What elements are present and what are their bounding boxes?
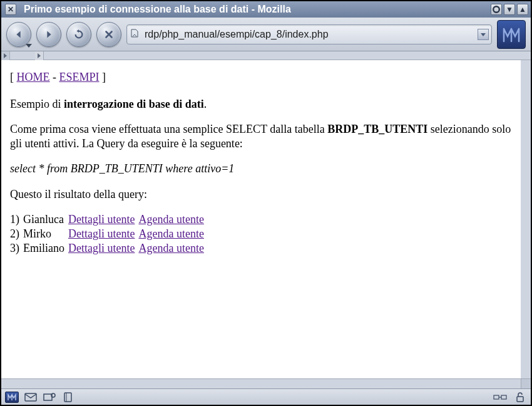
svg-rect-9 (517, 397, 523, 402)
table-row: 3) Emiliano Dettagli utente Agenda utent… (10, 241, 208, 256)
back-history-dropdown-icon[interactable] (26, 44, 32, 48)
window-maximize-button[interactable]: ▼ (504, 4, 515, 15)
scrollbar-corner (521, 379, 531, 389)
svg-rect-4 (64, 393, 71, 402)
composer-icon[interactable] (43, 392, 56, 403)
window-restore-button[interactable]: ▲ (517, 4, 528, 15)
horizontal-scrollbar[interactable] (1, 378, 531, 388)
bracket-close: ] (100, 71, 106, 83)
row-index: 3) (10, 241, 23, 256)
description-line: Come prima cosa viene effettuata una sem… (10, 122, 512, 150)
window-minimize-button[interactable] (491, 4, 502, 15)
text: . (204, 98, 207, 110)
row-name: Gianluca (23, 212, 68, 227)
navigation-toolbar (1, 18, 531, 51)
link-dettagli[interactable]: Dettagli utente (68, 242, 135, 254)
url-input[interactable] (143, 28, 474, 41)
text-bold: interrogazione di base di dati (64, 98, 204, 110)
url-dropdown-button[interactable] (478, 29, 489, 40)
toolbar-grippy[interactable] (1, 51, 10, 60)
titlebar: ✕ Primo esempio di connessione alla base… (1, 1, 531, 18)
svg-rect-7 (501, 395, 506, 399)
mail-icon[interactable] (24, 392, 38, 403)
row-name: Emiliano (23, 241, 68, 256)
result-intro: Questo il risultato della query: (10, 187, 512, 202)
mozilla-window: ✕ Primo esempio di connessione alla base… (0, 0, 532, 406)
link-agenda[interactable]: Agenda utente (138, 227, 203, 240)
personal-toolbar (1, 51, 531, 60)
bookmark-icon (130, 29, 140, 40)
window-close-button[interactable]: ✕ (5, 4, 16, 15)
bracket-open: [ (10, 71, 17, 83)
text: Esempio di (10, 98, 64, 110)
offline-icon[interactable] (493, 392, 507, 403)
navigator-component-icon[interactable] (5, 392, 19, 403)
url-bar[interactable] (126, 24, 492, 44)
results-table: 1) Gianluca Dettagli utente Agenda utent… (10, 212, 208, 256)
link-esempi[interactable]: ESEMPI (59, 71, 100, 83)
toolbar-grippy[interactable] (35, 51, 44, 60)
link-dettagli[interactable]: Dettagli utente (68, 213, 135, 226)
svg-point-0 (493, 6, 499, 13)
addressbook-icon[interactable] (61, 392, 75, 403)
table-row: 2) Mirko Dettagli utente Agenda utente (10, 227, 208, 241)
back-button[interactable] (6, 22, 31, 47)
text: Come prima cosa viene effettuata una sem… (10, 123, 327, 135)
intro-line: Esempio di interrogazione di base di dat… (10, 97, 512, 112)
svg-rect-2 (44, 394, 52, 400)
link-agenda[interactable]: Agenda utente (138, 242, 203, 254)
link-home[interactable]: HOME (17, 71, 50, 83)
security-unlock-icon[interactable] (513, 392, 527, 403)
stop-button[interactable] (96, 22, 121, 47)
row-index: 2) (10, 227, 23, 241)
breadcrumb: [ HOME - ESEMPI ] (10, 70, 512, 85)
breadcrumb-sep: - (50, 71, 59, 83)
link-dettagli[interactable]: Dettagli utente (68, 227, 135, 240)
sql-query: select * from BRDP_TB_UTENTI where attiv… (10, 162, 512, 176)
table-row: 1) Gianluca Dettagli utente Agenda utent… (10, 212, 208, 227)
row-name: Mirko (23, 227, 68, 241)
link-agenda[interactable]: Agenda utente (138, 213, 203, 226)
svg-rect-1 (25, 393, 36, 401)
text-bold: BRDP_TB_UTENTI (327, 123, 427, 135)
svg-rect-6 (494, 395, 499, 399)
mozilla-throbber-icon[interactable] (497, 20, 526, 49)
row-index: 1) (10, 212, 23, 227)
statusbar (1, 388, 531, 405)
window-title: Primo esempio di connessione alla base d… (21, 4, 489, 15)
reload-button[interactable] (66, 22, 91, 47)
page-content: [ HOME - ESEMPI ] Esempio di interrogazi… (1, 60, 531, 378)
forward-button[interactable] (36, 22, 61, 47)
